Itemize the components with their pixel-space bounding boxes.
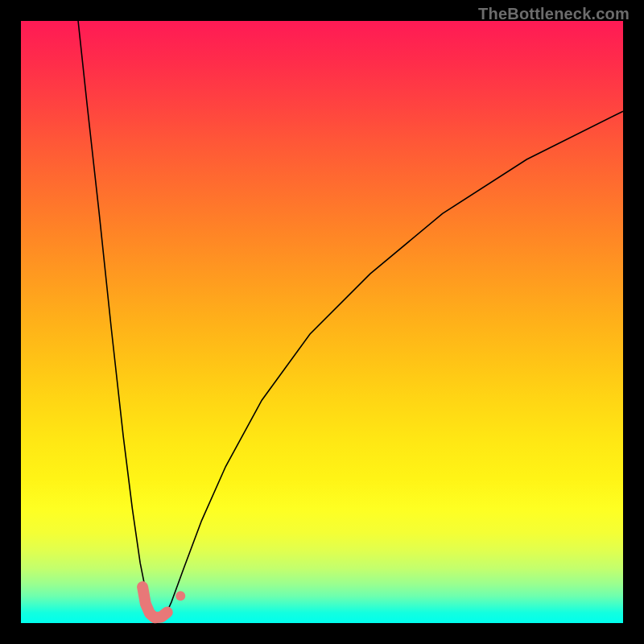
- plot-area: [21, 21, 623, 623]
- chart-frame: TheBottleneck.com: [0, 0, 644, 644]
- highlight-dot: [175, 591, 185, 601]
- highlight-l-shape: [142, 587, 167, 617]
- chart-svg: [21, 21, 623, 623]
- curve-right-branch: [162, 111, 623, 621]
- watermark-text: TheBottleneck.com: [478, 5, 630, 23]
- curve-left-branch: [78, 21, 157, 621]
